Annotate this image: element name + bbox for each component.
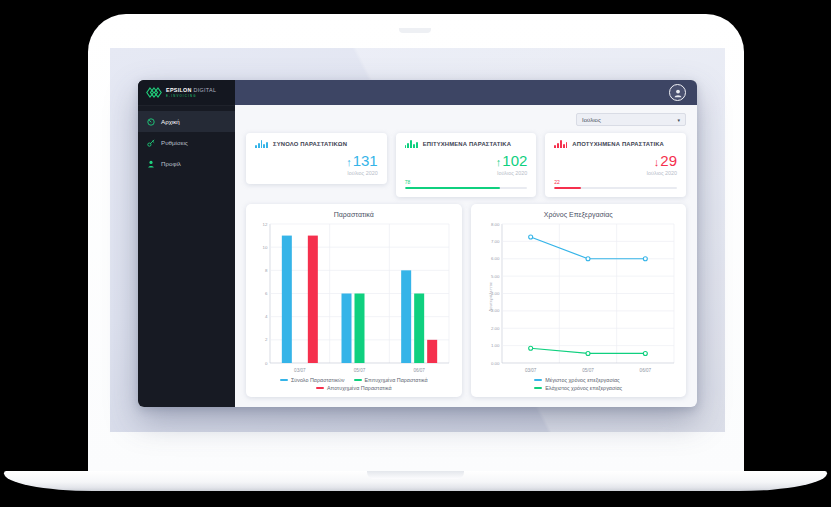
month-select[interactable]: Ιούλιος ▾ — [576, 113, 686, 126]
bar-chart-icon — [255, 140, 268, 148]
legend-color-swatch — [280, 379, 288, 382]
progress-track — [554, 187, 677, 190]
svg-text:06/07: 06/07 — [639, 368, 651, 373]
legend-item[interactable]: Επιτυχημένα Παραστατικά — [354, 377, 428, 383]
bar-chart-icon — [405, 140, 418, 148]
line-chart-svg: 0.001.002.003.004.005.006.007.008.0003/0… — [480, 220, 678, 374]
main-area: Ιούλιος ▾ ΣΥΝΟΛΟ ΠΑΡΑΣΤΑΤΙΚΩΝ ↑131 — [235, 80, 697, 407]
svg-text:6.00: 6.00 — [490, 256, 499, 261]
svg-text:05/07: 05/07 — [582, 368, 594, 373]
sidebar-nav: Αρχική Ρυθμίσεις Προφίλ — [138, 111, 235, 174]
svg-text:05/07: 05/07 — [354, 368, 366, 373]
svg-text:7.00: 7.00 — [490, 239, 499, 244]
sidebar-item-settings[interactable]: Ρυθμίσεις — [138, 132, 235, 153]
progress-fill — [554, 187, 581, 190]
charts-row: Παραστατικά 02468101203/0705/0706/07 Σύν… — [246, 204, 686, 397]
dashboard-content: Ιούλιος ▾ ΣΥΝΟΛΟ ΠΑΡΑΣΤΑΤΙΚΩΝ ↑131 — [235, 105, 697, 407]
legend-item[interactable]: Μέγιστος χρόνος επεξεργασίας — [534, 377, 619, 383]
stat-period: Ιούλιος 2020 — [554, 170, 677, 176]
sidebar: EPSILON DIGITAL E-INVOICING Αρχική — [138, 80, 235, 407]
gauge-icon — [147, 118, 155, 126]
legend-item[interactable]: Σύνολο Παραστατικών — [280, 377, 345, 383]
svg-text:03/07: 03/07 — [524, 368, 536, 373]
svg-text:3.00: 3.00 — [490, 309, 499, 314]
arrow-up-icon: ↑ — [496, 156, 502, 168]
bar-chart-icon — [554, 140, 567, 148]
svg-text:0: 0 — [265, 361, 268, 366]
stat-period: Ιούλιος 2020 — [255, 170, 378, 176]
arrow-down-icon: ↓ — [654, 156, 660, 168]
stats-row: ΣΥΝΟΛΟ ΠΑΡΑΣΤΑΤΙΚΩΝ ↑131 Ιούλιος 2020 ΕΠ… — [246, 133, 686, 197]
topbar — [235, 80, 697, 105]
stat-card-failed: ΑΠΟΤΥΧΗΜΕΝΑ ΠΑΡΑΣΤΑΤΙΚΑ ↓29 Ιούλιος 2020… — [545, 133, 686, 197]
logo-name-light: DIGITAL — [194, 87, 217, 93]
svg-text:0.00: 0.00 — [490, 361, 499, 366]
stat-title: ΑΠΟΤΥΧΗΜΕΝΑ ΠΑΡΑΣΤΑΤΙΚΑ — [572, 141, 664, 147]
svg-text:06/07: 06/07 — [413, 368, 425, 373]
stat-progress: 22 — [554, 180, 677, 189]
legend-color-swatch — [534, 387, 542, 390]
svg-text:4: 4 — [265, 314, 268, 319]
progress-label: 78 — [405, 180, 528, 185]
documents-bar-chart-card: Παραστατικά 02468101203/0705/0706/07 Σύν… — [246, 204, 462, 397]
svg-text:4.00: 4.00 — [490, 291, 499, 296]
stat-progress: 78 — [405, 180, 528, 189]
key-icon — [147, 139, 155, 147]
arrow-up-icon: ↑ — [346, 156, 352, 168]
processing-time-line-chart-card: Χρόνος Επεξεργασίας Δευτερόλεπτα 0.001.0… — [471, 204, 687, 397]
bar-chart-canvas: 02468101203/0705/0706/07 — [255, 220, 453, 374]
stat-card-total: ΣΥΝΟΛΟ ΠΑΡΑΣΤΑΤΙΚΩΝ ↑131 Ιούλιος 2020 — [246, 133, 387, 184]
progress-track — [405, 187, 528, 190]
month-select-value: Ιούλιος — [582, 117, 601, 123]
user-icon — [147, 160, 155, 168]
legend-color-swatch — [534, 379, 542, 382]
avatar-person-icon — [673, 88, 683, 98]
sidebar-item-label: Αρχική — [161, 118, 180, 125]
svg-text:5.00: 5.00 — [490, 274, 499, 279]
svg-text:6: 6 — [265, 291, 268, 296]
sidebar-item-label: Ρυθμίσεις — [161, 139, 188, 146]
svg-text:03/07: 03/07 — [294, 368, 306, 373]
stat-card-success: ΕΠΙΤΥΧΗΜΕΝΑ ΠΑΡΑΣΤΑΤΙΚΑ ↑102 Ιούλιος 202… — [396, 133, 537, 197]
stat-title: ΕΠΙΤΥΧΗΜΕΝΑ ΠΑΡΑΣΤΑΤΙΚΑ — [423, 141, 511, 147]
sidebar-item-label: Προφίλ — [161, 160, 181, 167]
stat-value: ↑131 — [255, 153, 378, 168]
legend-item[interactable]: Αποτυχημένα Παραστατικά — [316, 385, 392, 391]
svg-text:1.00: 1.00 — [490, 343, 499, 348]
chevron-down-icon: ▾ — [677, 117, 680, 123]
stat-title: ΣΥΝΟΛΟ ΠΑΡΑΣΤΑΤΙΚΩΝ — [273, 141, 347, 147]
sidebar-item-profile[interactable]: Προφίλ — [138, 153, 235, 174]
filter-row: Ιούλιος ▾ — [246, 113, 686, 126]
svg-text:10: 10 — [263, 245, 268, 250]
logo: EPSILON DIGITAL E-INVOICING — [138, 80, 235, 106]
bar-chart-svg: 02468101203/0705/0706/07 — [255, 220, 453, 374]
chart-title: Χρόνος Επεξεργασίας — [480, 211, 678, 218]
laptop-camera — [399, 28, 431, 33]
dashboard-window: EPSILON DIGITAL E-INVOICING Αρχική — [138, 80, 697, 407]
svg-text:2: 2 — [265, 338, 268, 343]
chart-legend: Μέγιστος χρόνος επεξεργασίας Ελάχιστος χ… — [534, 377, 622, 391]
legend-item[interactable]: Ελάχιστος χρόνος επεξεργασίας — [534, 385, 622, 391]
line-chart-canvas: Δευτερόλεπτα 0.001.002.003.004.005.006.0… — [480, 220, 678, 374]
svg-text:8: 8 — [265, 268, 268, 273]
logo-tagline: E-INVOICING — [166, 95, 216, 98]
logo-name: EPSILON DIGITAL — [166, 88, 216, 93]
epsilon-digital-logo-icon — [146, 87, 162, 98]
chart-title: Παραστατικά — [255, 211, 453, 218]
legend-color-swatch — [316, 387, 324, 390]
sidebar-item-home[interactable]: Αρχική — [138, 111, 235, 132]
svg-text:8.00: 8.00 — [490, 222, 499, 227]
progress-label: 22 — [554, 180, 677, 185]
stat-period: Ιούλιος 2020 — [405, 170, 528, 176]
stat-value: ↑102 — [405, 153, 528, 168]
svg-text:12: 12 — [263, 222, 268, 227]
progress-fill — [405, 187, 501, 190]
chart-legend: Σύνολο Παραστατικών Επιτυχημένα Παραστατ… — [261, 377, 446, 391]
svg-text:2.00: 2.00 — [490, 326, 499, 331]
logo-name-bold: EPSILON — [166, 87, 192, 93]
legend-color-swatch — [354, 379, 362, 382]
page-background: EPSILON DIGITAL E-INVOICING Αρχική — [0, 0, 831, 507]
stat-value: ↓29 — [554, 153, 677, 168]
laptop-base-notch — [367, 471, 464, 479]
user-avatar[interactable] — [669, 84, 686, 101]
